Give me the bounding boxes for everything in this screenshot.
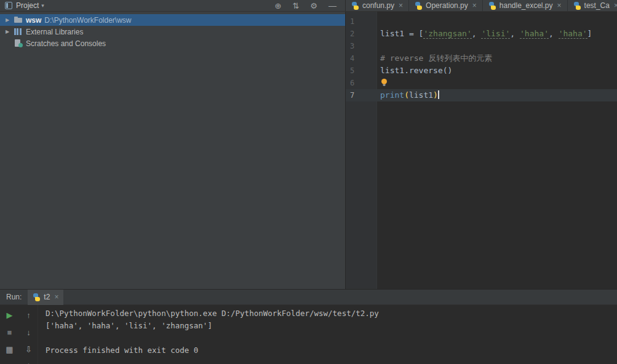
run-console-output[interactable]: D:\PythonWorkFolder\python\python.exe D:…	[38, 305, 617, 364]
code-line-2[interactable]: 2list1 = ['zhangsan', 'lisi', 'haha', 'h…	[346, 28, 617, 40]
run-toolwindow: Run: t2 × ▶↑■↓▦⇩⇣ D:\PythonWorkFolder\py…	[0, 289, 617, 364]
console-line: ['haha', 'haha', 'lisi', 'zhangsan']	[46, 320, 617, 332]
stop-button[interactable]: ■	[7, 328, 12, 337]
tree-item-external-libraries[interactable]: ▶External Libraries	[0, 26, 345, 38]
editor-tab-label: handle_excel.py	[500, 1, 553, 10]
line-number: 1	[346, 15, 376, 28]
intention-bulb-icon[interactable]	[380, 78, 388, 90]
toolwindow-icon	[5, 2, 12, 9]
project-view-dropdown[interactable]: Project ▾	[16, 1, 44, 10]
code-line-3[interactable]: 3	[346, 40, 617, 52]
code-line-5[interactable]: 5list1.reverse()	[346, 65, 617, 77]
editor-tab-bar: confun.py×Operation.py×handle_excel.py×t…	[346, 0, 617, 11]
rerun-button[interactable]: ▶	[7, 311, 13, 320]
text-caret	[438, 90, 439, 99]
console-line: D:\PythonWorkFolder\python\python.exe D:…	[46, 307, 617, 320]
project-tree-panel: ▶wswD:\PythonWorkFolder\wsw▶External Lib…	[0, 12, 346, 289]
run-label: Run:	[6, 293, 22, 301]
code-line-1[interactable]: 1	[346, 15, 617, 28]
main-area: ▶wswD:\PythonWorkFolder\wsw▶External Lib…	[0, 12, 617, 289]
up-the-stack-trace-icon[interactable]: ↑	[26, 311, 31, 320]
run-toolbar: ▶↑■↓▦⇩⇣	[0, 305, 38, 364]
close-tab-icon[interactable]: ×	[472, 1, 477, 10]
close-tab-icon[interactable]: ×	[557, 1, 562, 10]
restore-layout-icon[interactable]: ▦	[6, 345, 13, 354]
python-file-icon	[33, 293, 41, 301]
tree-item-path: D:\PythonWorkFolder\wsw	[44, 16, 131, 25]
clipped-toolbar-icon[interactable]: ⇣	[25, 362, 32, 364]
settings-gear-icon[interactable]: ⚙	[310, 0, 317, 12]
line-number: 4	[346, 52, 376, 65]
code-line-7[interactable]: 7print(list1)	[346, 89, 617, 101]
project-header-actions: ⊕⇅⚙—	[275, 0, 340, 12]
editor-tab-label: confun.py	[362, 1, 394, 10]
line-number: 7	[346, 89, 376, 101]
collapse-all-icon[interactable]: ⇅	[292, 0, 299, 12]
code-line-content	[376, 40, 617, 52]
code-line-content: # reverse 反转列表中的元素	[376, 52, 617, 65]
editor-tab-label: Operation.py	[426, 1, 468, 10]
line-number: 2	[346, 28, 376, 40]
chevron-down-icon: ▾	[41, 2, 44, 9]
editor-tab[interactable]: test_Ca×	[568, 0, 617, 11]
editor-tab[interactable]: handle_excel.py×	[483, 0, 568, 11]
code-line-4[interactable]: 4# reverse 反转列表中的元素	[346, 52, 617, 65]
run-header: Run: t2 ×	[0, 290, 617, 305]
code-line-content: print(list1)	[376, 89, 617, 101]
code-line-content: list1 = ['zhangsan', 'lisi', 'haha', 'ha…	[376, 28, 617, 40]
console-line: Process finished with exit code 0	[46, 344, 617, 357]
line-number: 3	[346, 40, 376, 52]
expand-arrow-icon[interactable]: ▶	[4, 17, 10, 23]
down-the-stack-trace-icon[interactable]: ↓	[26, 328, 31, 337]
code-editor[interactable]: 12list1 = ['zhangsan', 'lisi', 'haha', '…	[346, 12, 617, 289]
python-file-icon	[351, 2, 359, 10]
scroll-to-end-icon[interactable]: ⇩	[25, 345, 32, 354]
folder-icon	[14, 16, 23, 24]
code-line-6[interactable]: 6	[346, 77, 617, 89]
editor-tab[interactable]: Operation.py×	[409, 0, 483, 11]
top-strip: Project ▾ ⊕⇅⚙— confun.py×Operation.py×ha…	[0, 0, 617, 12]
code-line-content	[376, 77, 617, 89]
run-tab-label: t2	[44, 293, 50, 301]
tree-item-scratches-and-consoles[interactable]: Scratches and Consoles	[0, 38, 345, 49]
pycharm-window: Project ▾ ⊕⇅⚙— confun.py×Operation.py×ha…	[0, 0, 617, 364]
hide-panel-icon[interactable]: —	[328, 0, 336, 12]
python-file-icon	[415, 2, 423, 10]
expand-arrow-icon[interactable]: ▶	[4, 29, 10, 34]
run-tab-t2[interactable]: t2 ×	[28, 290, 63, 305]
run-body: ▶↑■↓▦⇩⇣ D:\PythonWorkFolder\python\pytho…	[0, 305, 617, 364]
tree-item-label: External Libraries	[26, 28, 83, 36]
tree-item-label: Scratches and Consoles	[26, 39, 106, 48]
editor-tab[interactable]: confun.py×	[346, 0, 409, 11]
tree-item-label: wsw	[26, 16, 41, 25]
console-line	[46, 332, 617, 344]
library-icon	[14, 28, 23, 36]
close-tab-icon[interactable]: ×	[614, 1, 617, 10]
close-tab-icon[interactable]: ×	[399, 1, 403, 10]
line-number: 5	[346, 65, 376, 77]
python-file-icon	[573, 2, 581, 10]
code-line-content	[376, 15, 617, 28]
code-line-content: list1.reverse()	[376, 65, 617, 77]
project-view-label: Project	[16, 1, 39, 10]
line-number: 6	[346, 77, 376, 89]
editor-tab-label: test_Ca	[584, 1, 610, 10]
tree-item-wsw[interactable]: ▶wswD:\PythonWorkFolder\wsw	[0, 14, 345, 26]
close-run-tab-icon[interactable]: ×	[54, 293, 58, 301]
python-file-icon	[488, 2, 496, 10]
project-toolwindow-header: Project ▾ ⊕⇅⚙—	[0, 0, 346, 11]
locate-file-icon[interactable]: ⊕	[275, 0, 282, 12]
scratches-icon	[14, 39, 23, 47]
